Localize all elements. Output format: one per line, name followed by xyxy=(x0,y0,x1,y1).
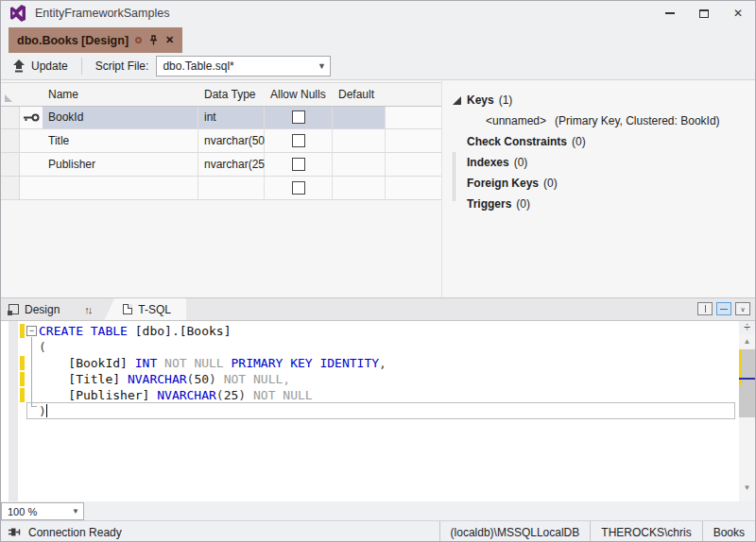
close-button[interactable]: ✕ xyxy=(721,1,755,25)
script-file-combobox[interactable]: dbo.Table.sql* ▼ xyxy=(156,56,331,76)
cell-default[interactable] xyxy=(333,177,386,200)
tree-item-keys[interactable]: Keys (1) xyxy=(442,90,755,110)
unnamed-key-detail: (Primary Key, Clustered: BookId) xyxy=(555,114,720,127)
tab-design[interactable]: Design xyxy=(1,303,71,316)
key-cell-empty xyxy=(20,153,43,177)
tsql-editor[interactable]: − CREATE TABLE [dbo].[Books]( [BookId] I… xyxy=(1,320,755,501)
keys-label: Keys xyxy=(467,93,494,107)
minimize-button[interactable] xyxy=(653,1,687,25)
tab-tsql[interactable]: T-SQL xyxy=(104,298,186,321)
col-header-filler xyxy=(386,82,441,107)
panel-splitter-grip[interactable] xyxy=(453,152,455,201)
horizontal-split-button[interactable] xyxy=(716,302,731,315)
key-cell-empty xyxy=(20,177,43,200)
status-database: Books xyxy=(702,521,755,542)
columns-grid: Name Data Type Allow Nulls Default BookI… xyxy=(1,82,441,200)
cell-datatype[interactable]: nvarchar(50) xyxy=(198,129,265,153)
change-bar xyxy=(20,324,25,338)
allow-nulls-checkbox[interactable] xyxy=(292,158,305,171)
unnamed-key-label: <unnamed> xyxy=(486,114,546,127)
primary-key-icon xyxy=(24,113,40,122)
document-tab-strip: dbo.Books [Design] ✕ xyxy=(1,25,755,53)
cell-default[interactable] xyxy=(333,106,386,129)
cell-default[interactable] xyxy=(333,129,386,153)
minimize-icon xyxy=(665,12,675,14)
tree-item-foreign-keys[interactable]: Foreign Keys (0) xyxy=(442,173,755,194)
cell-datatype[interactable]: int xyxy=(198,106,265,129)
cell-name[interactable]: Title xyxy=(43,129,198,153)
design-icon xyxy=(9,304,19,314)
maximize-button[interactable] xyxy=(687,1,721,25)
tab-dbo-books-design[interactable]: dbo.Books [Design] ✕ xyxy=(9,27,182,53)
modified-dot-icon xyxy=(135,37,142,43)
cell-name[interactable]: Publisher xyxy=(43,153,198,177)
title-bar: EntityFrameworkSamples ✕ xyxy=(1,1,755,25)
outline-collapse-icon[interactable]: − xyxy=(26,326,37,336)
indexes-label: Indexes xyxy=(467,156,509,169)
row-handle[interactable] xyxy=(1,153,20,177)
update-label: Update xyxy=(31,59,68,73)
code-line: CREATE TABLE [dbo].[Books] xyxy=(39,323,387,339)
editor-zoom-control[interactable]: 100 % ▼ xyxy=(1,502,84,520)
grid-keycol-header xyxy=(20,82,43,107)
code-lines: CREATE TABLE [dbo].[Books]( [BookId] INT… xyxy=(39,323,387,419)
allow-nulls-checkbox[interactable] xyxy=(292,181,305,195)
script-file-label: Script File: xyxy=(86,59,157,73)
allow-nulls-checkbox[interactable] xyxy=(292,134,305,147)
cell-datatype[interactable]: nvarchar(25) xyxy=(198,153,265,177)
col-header-datatype[interactable]: Data Type xyxy=(198,82,265,107)
col-header-default[interactable]: Default xyxy=(333,82,386,107)
cell-allownulls xyxy=(265,106,333,129)
tree-item-triggers[interactable]: Triggers (0) xyxy=(442,194,755,214)
collapse-pane-button[interactable]: ∨ xyxy=(735,302,750,315)
swap-panes-icon[interactable]: ↑↓ xyxy=(71,304,104,315)
status-left: Connection Ready xyxy=(1,526,439,539)
status-right: (localdb)\MSSQLLocalDB THEROCKS\chris Bo… xyxy=(439,521,755,542)
editor-splitter-grip[interactable]: ÷ xyxy=(739,321,755,334)
col-header-allownulls[interactable]: Allow Nulls xyxy=(265,82,333,107)
cell-allownulls xyxy=(265,129,333,153)
tab-close-icon[interactable]: ✕ xyxy=(165,34,174,46)
pin-icon[interactable] xyxy=(148,35,159,46)
row-handle[interactable] xyxy=(1,177,20,200)
row-handle[interactable] xyxy=(1,106,20,129)
connection-icon xyxy=(9,527,22,537)
designer-toolbar: Update Script File: dbo.Table.sql* ▼ xyxy=(1,53,755,80)
indexes-count: (0) xyxy=(514,156,528,169)
maximize-icon xyxy=(699,9,709,18)
cell-datatype[interactable] xyxy=(198,177,265,200)
code-line: ) xyxy=(39,403,387,419)
row-handle[interactable] xyxy=(1,129,20,153)
horizontal-split-icon xyxy=(720,309,728,310)
foreign-keys-count: (0) xyxy=(543,177,558,190)
allow-nulls-checkbox[interactable] xyxy=(292,110,305,124)
grid-corner-header[interactable] xyxy=(1,82,20,107)
tree-item-check-constraints[interactable]: Check Constraints (0) xyxy=(442,131,755,152)
zoom-dropdown-icon[interactable]: ▼ xyxy=(68,507,83,516)
cell-name[interactable]: BookId xyxy=(43,106,198,129)
update-button[interactable]: Update xyxy=(1,53,77,79)
scroll-down-icon[interactable]: ▼ xyxy=(739,481,755,494)
triggers-label: Triggers xyxy=(467,197,511,211)
expanded-arrow-icon[interactable] xyxy=(453,96,461,105)
combo-dropdown-icon[interactable]: ▼ xyxy=(313,61,330,71)
vertical-split-button[interactable] xyxy=(697,302,713,315)
corner-triangle-icon xyxy=(5,94,12,102)
scroll-up-icon[interactable]: ▲ xyxy=(739,334,755,347)
cell-default[interactable] xyxy=(333,153,386,177)
table-designer: Name Data Type Allow Nulls Default BookI… xyxy=(1,80,755,297)
visual-studio-logo-icon xyxy=(9,5,26,22)
bottom-pane-tab-bar: Design ↑↓ T-SQL ∨ xyxy=(1,297,755,320)
status-user: THEROCKS\chris xyxy=(590,521,701,542)
table-properties-panel: Keys (1) <unnamed> (Primary Key, Cluster… xyxy=(441,80,755,297)
check-constraints-label: Check Constraints xyxy=(467,135,567,148)
col-header-name[interactable]: Name xyxy=(43,82,198,107)
window-title: EntityFrameworkSamples xyxy=(35,7,169,20)
cell-name[interactable] xyxy=(43,177,198,200)
primary-key-cell xyxy=(20,106,43,129)
editor-vertical-scrollbar[interactable]: ÷ ▲ ▼ xyxy=(739,321,755,501)
cell-allownulls xyxy=(265,177,333,200)
tree-item-indexes[interactable]: Indexes (0) xyxy=(442,152,755,173)
scrollbar-thumb[interactable] xyxy=(739,349,755,417)
tree-item-unnamed-key[interactable]: <unnamed> (Primary Key, Clustered: BookI… xyxy=(442,110,755,131)
